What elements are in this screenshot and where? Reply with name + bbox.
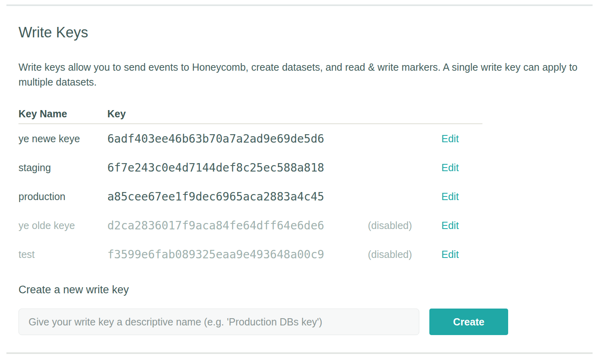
key-name-cell: staging — [18, 162, 107, 174]
table-header-row: Key Name Key — [18, 105, 482, 124]
bottom-divider — [6, 352, 593, 354]
edit-link[interactable]: Edit — [441, 220, 459, 231]
key-name-cell: ye newe keye — [18, 133, 107, 145]
create-key-form: Create — [18, 309, 581, 335]
key-value-cell: 6adf403ee46b63b70a7a2ad9e69de5d6 — [107, 132, 368, 145]
key-value-cell: 6f7e243c0e4d7144def8c25ec588a818 — [107, 161, 368, 174]
key-value-cell: a85cee67ee1f9dec6965aca2883a4c45 — [107, 190, 368, 203]
key-name-cell: ye olde keye — [18, 220, 107, 231]
table-row: production a85cee67ee1f9dec6965aca2883a4… — [18, 182, 482, 211]
edit-link[interactable]: Edit — [441, 133, 459, 145]
table-row: ye newe keye 6adf403ee46b63b70a7a2ad9e69… — [18, 124, 482, 153]
table-row: staging 6f7e243c0e4d7144def8c25ec588a818… — [18, 153, 482, 182]
write-keys-panel: Write Keys Write keys allow you to send … — [0, 24, 599, 335]
table-row: ye olde keye d2ca2836017f9aca84fe64dff64… — [18, 211, 482, 240]
edit-link[interactable]: Edit — [441, 162, 459, 174]
page-description: Write keys allow you to send events to H… — [18, 60, 581, 90]
create-key-heading: Create a new write key — [18, 282, 581, 297]
key-value-cell: d2ca2836017f9aca84fe64dff64e6de6 — [107, 219, 368, 232]
key-value-cell: f3599e6fab089325eaa9e493648a00c9 — [107, 248, 368, 261]
page-title: Write Keys — [18, 24, 581, 41]
column-header-key-name: Key Name — [18, 108, 107, 120]
key-name-cell: test — [18, 249, 107, 260]
status-badge: (disabled) — [368, 249, 441, 260]
new-key-name-input[interactable] — [18, 309, 419, 335]
key-name-cell: production — [18, 191, 107, 202]
write-keys-table: Key Name Key ye newe keye 6adf403ee46b63… — [18, 105, 482, 269]
edit-link[interactable]: Edit — [441, 191, 459, 202]
status-badge: (disabled) — [368, 220, 441, 231]
edit-link[interactable]: Edit — [441, 249, 459, 260]
top-divider — [6, 4, 593, 6]
create-button[interactable]: Create — [429, 309, 508, 335]
table-row: test f3599e6fab089325eaa9e493648a00c9 (d… — [18, 240, 482, 269]
column-header-key: Key — [107, 108, 368, 120]
